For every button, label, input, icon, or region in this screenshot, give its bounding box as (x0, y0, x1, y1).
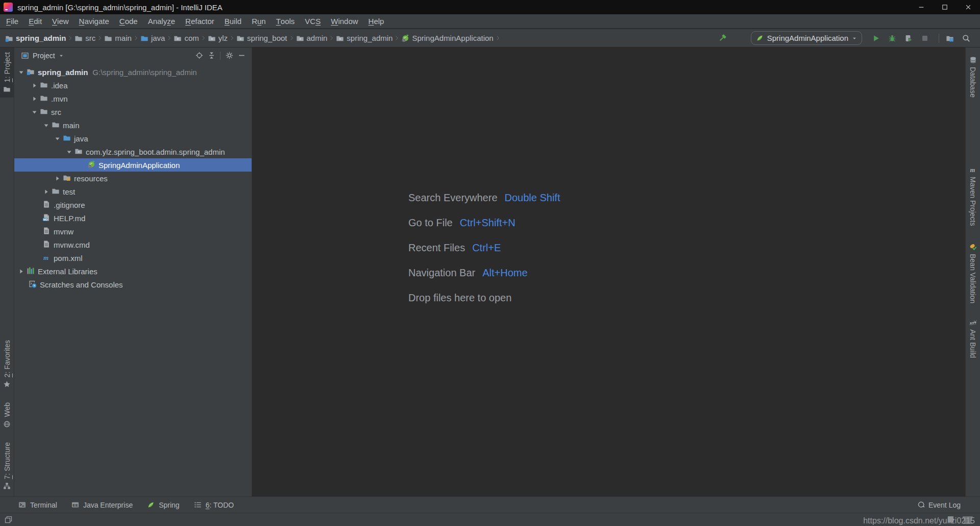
breadcrumb-item[interactable]: spring_admin (5, 34, 66, 42)
tree-row[interactable]: External Libraries (14, 265, 252, 278)
breadcrumb-item[interactable]: java (140, 34, 165, 42)
chevron-right-icon[interactable] (31, 95, 38, 102)
tree-row[interactable]: com.ylz.spring_boot.admin.spring_admin (14, 145, 252, 158)
chevron-right-icon[interactable] (17, 268, 24, 275)
run-configuration-select[interactable]: SpringAdminApplication (751, 31, 862, 45)
tree-row[interactable]: SpringAdminApplication (14, 158, 252, 172)
window-minimize-button[interactable] (910, 0, 933, 14)
tree-row[interactable]: src (14, 105, 252, 118)
ant-icon (969, 319, 977, 326)
right-tool-strip: DatabasemMaven ProjectsBean ValidationAn… (965, 47, 980, 496)
menu-item-vcs[interactable]: VCS (300, 14, 326, 28)
menu-item-navigate[interactable]: Navigate (74, 14, 114, 28)
chevron-right-icon[interactable] (54, 175, 61, 182)
window-title: spring_admin [G:\spring_admin\spring_adm… (17, 3, 223, 12)
bottom-tab-java-enterprise[interactable]: EEJava Enterprise (71, 501, 133, 509)
menu-item-analyze[interactable]: Analyze (143, 14, 180, 28)
breadcrumb-label: com (184, 34, 199, 42)
toggle-tool-windows-icon[interactable] (5, 516, 12, 523)
tree-row[interactable]: .mvn (14, 92, 252, 105)
tree-row[interactable]: .idea (14, 79, 252, 92)
folder-icon (40, 107, 48, 115)
stop-button[interactable] (918, 32, 932, 45)
shortcut-hint-row: Go to FileCtrl+Shift+N (408, 217, 560, 242)
chevron-right-icon[interactable] (42, 188, 50, 195)
build-button[interactable] (716, 32, 729, 45)
tree-item-label: External Libraries (38, 267, 97, 276)
editor-empty-area: Search EverywhereDouble ShiftGo to FileC… (252, 47, 965, 496)
tool-window-tab--project[interactable]: 1: Project (0, 47, 14, 98)
shortcut-hint-label: Drop files here to open (408, 292, 511, 304)
chevron-down-icon[interactable] (31, 108, 38, 115)
tree-row[interactable]: java (14, 132, 252, 145)
breadcrumb-item[interactable]: ylz (208, 34, 228, 42)
breadcrumb-item[interactable]: com (174, 34, 199, 42)
collapse-all-button[interactable] (205, 50, 217, 62)
tool-window-tab-ant-build[interactable]: Ant Build (966, 314, 980, 363)
project-panel-title[interactable]: Project (21, 52, 64, 60)
menu-item-help[interactable]: Help (363, 14, 389, 28)
run-with-coverage-button[interactable] (902, 32, 915, 45)
window-maximize-button[interactable] (933, 0, 957, 14)
breadcrumb-item[interactable]: SpringAdminApplication (401, 34, 493, 42)
menu-item-code[interactable]: Code (114, 14, 143, 28)
main-area: 1: Project 2: FavoritesWeb7: Structure P… (0, 47, 980, 496)
win-close-icon (965, 4, 972, 11)
breadcrumb-item[interactable]: src (75, 34, 95, 42)
menu-item-view[interactable]: View (47, 14, 74, 28)
window-close-button[interactable] (957, 0, 980, 14)
project-folder-icon (27, 67, 35, 76)
menu-item-tools[interactable]: Tools (271, 14, 300, 28)
tree-row[interactable]: MDHELP.md (14, 211, 252, 225)
menu-item-file[interactable]: File (1, 14, 23, 28)
settings-gear-button[interactable] (223, 50, 235, 62)
tree-row[interactable]: mpom.xml (14, 251, 252, 265)
breadcrumb-item[interactable]: spring_boot (236, 34, 287, 42)
tree-row[interactable]: test (14, 185, 252, 198)
win-max-icon (941, 4, 948, 11)
breadcrumb-item[interactable]: spring_admin (336, 34, 393, 42)
search-everywhere-button[interactable] (960, 32, 973, 45)
tool-window-tab--favorites[interactable]: 2: Favorites (0, 336, 14, 393)
bottom-tab-spring[interactable]: Spring (147, 501, 179, 509)
tool-window-tab-web[interactable]: Web (0, 398, 14, 433)
menu-item-refactor[interactable]: Refactor (180, 14, 219, 28)
menu-item-run[interactable]: Run (247, 14, 271, 28)
menu-item-window[interactable]: Window (326, 14, 363, 28)
hide-minus-icon (238, 52, 246, 59)
tree-row[interactable]: .gitignore (14, 198, 252, 211)
package-icon (336, 34, 344, 42)
chevron-down-icon[interactable] (54, 135, 61, 142)
bottom-tab-terminal[interactable]: Terminal (18, 501, 57, 509)
run-button[interactable] (869, 32, 883, 45)
locate-button[interactable] (193, 50, 205, 62)
breadcrumb-item[interactable]: main (104, 34, 132, 42)
chevron-down-icon[interactable] (42, 122, 50, 129)
breadcrumb-label: spring_admin (16, 34, 66, 42)
tree-row[interactable]: mvnw.cmd (14, 238, 252, 251)
debug-button[interactable] (886, 32, 899, 45)
chevron-down-icon[interactable] (17, 68, 24, 76)
tree-row[interactable]: mvnw (14, 225, 252, 238)
project-panel-title-label: Project (33, 52, 55, 60)
chevron-right-icon[interactable] (31, 82, 38, 89)
tool-window-tab-maven-projects[interactable]: mMaven Projects (966, 161, 980, 230)
chevron-down-icon[interactable] (65, 148, 72, 155)
tree-row[interactable]: spring_adminG:\spring_admin\spring_admin (14, 65, 252, 79)
menu-item-build[interactable]: Build (219, 14, 247, 28)
hide-minus-button[interactable] (235, 50, 248, 62)
tool-window-tab-database[interactable]: Database (966, 52, 980, 102)
tree-row[interactable]: resources (14, 172, 252, 185)
event-log-button[interactable]: Event Log (917, 501, 961, 509)
menu-item-edit[interactable]: Edit (23, 14, 47, 28)
bottom-tab--todo[interactable]: 6: TODO (194, 501, 234, 509)
tree-row[interactable]: main (14, 118, 252, 132)
shortcut-hint-keys: Ctrl+E (472, 242, 501, 254)
project-structure-button[interactable] (943, 32, 957, 45)
chevron-sep-icon (133, 35, 139, 41)
tool-window-tab--structure[interactable]: 7: Structure (0, 438, 14, 494)
tree-row[interactable]: Scratches and Consoles (14, 278, 252, 291)
tool-window-tab-bean-validation[interactable]: Bean Validation (966, 238, 980, 308)
breadcrumb-item[interactable]: admin (296, 34, 328, 42)
shortcut-hint-label: Recent Files (408, 242, 465, 254)
